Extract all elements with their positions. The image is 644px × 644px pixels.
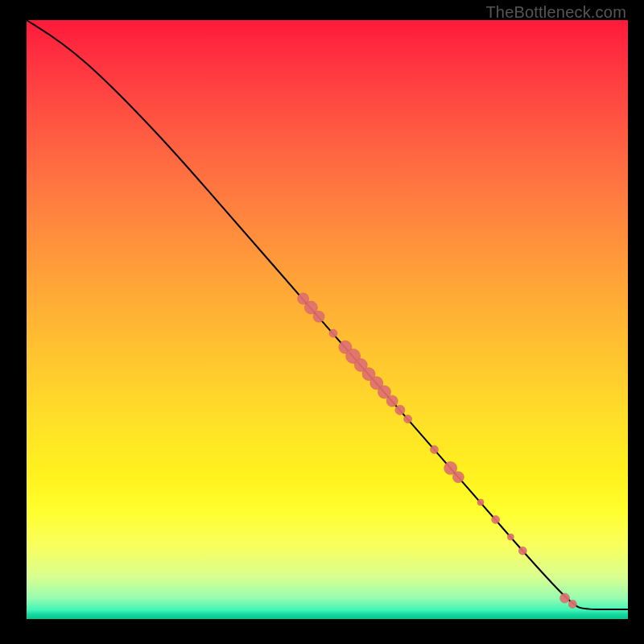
data-dot [560,593,570,603]
data-dot [430,445,438,453]
watermark-text: TheBottleneck.com [485,3,626,22]
data-dot [386,395,398,407]
data-dot [395,405,405,415]
data-dot [518,547,526,555]
data-dot [568,600,576,608]
bottleneck-curve [27,20,628,609]
data-dot [492,515,500,523]
data-dot [404,415,412,423]
chart-svg [27,20,628,619]
chart-frame: TheBottleneck.com [0,0,644,644]
data-dot [329,329,337,337]
data-dot [452,472,464,483]
data-dot [313,311,324,322]
plot-area [27,20,628,619]
data-dot [507,534,514,540]
data-dot [477,499,484,506]
